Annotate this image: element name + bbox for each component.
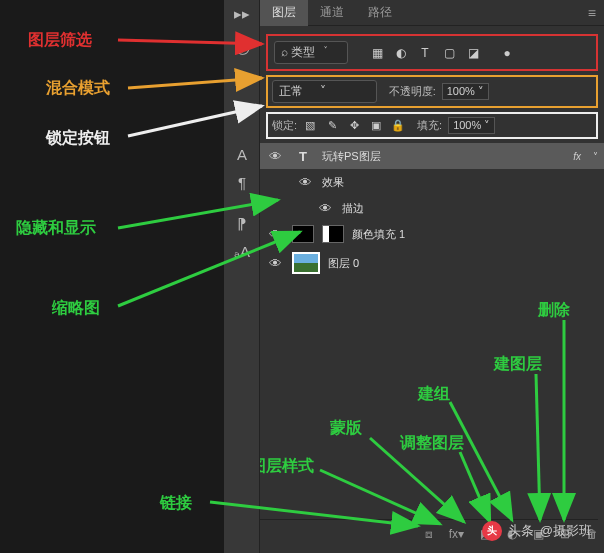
visibility-icon[interactable]: 👁 bbox=[266, 227, 284, 242]
opacity-label: 不透明度: bbox=[389, 84, 436, 99]
swatch-icon[interactable]: ₐA bbox=[224, 238, 260, 266]
strip-expand-icon[interactable]: ▸▸ bbox=[224, 0, 260, 28]
filter-image-icon[interactable]: ▦ bbox=[370, 46, 384, 60]
lock-brush-icon[interactable]: ✎ bbox=[325, 119, 339, 133]
annot-newlayer: 建图层 bbox=[494, 354, 542, 375]
wm-brand: 头条 bbox=[508, 522, 534, 540]
filter-shape-icon[interactable]: ▢ bbox=[442, 46, 456, 60]
visibility-icon[interactable]: 👁 bbox=[316, 201, 334, 216]
layer-name: 效果 bbox=[322, 175, 344, 190]
char-icon[interactable]: A bbox=[224, 140, 260, 168]
layer-row[interactable]: 👁 效果 bbox=[260, 169, 604, 195]
filter-type-select[interactable]: ⌕ 类型 ˅ bbox=[274, 41, 348, 64]
swatch-thumb bbox=[292, 225, 314, 243]
text-layer-icon: T bbox=[292, 147, 314, 165]
lock-pixels-icon[interactable]: ▧ bbox=[303, 119, 317, 133]
layer-name[interactable]: 颜色填充 1 bbox=[352, 227, 405, 242]
layer-name[interactable]: 玩转PS图层 bbox=[322, 149, 381, 164]
visibility-icon[interactable]: 👁 bbox=[266, 149, 284, 164]
visibility-icon[interactable]: 👁 bbox=[296, 175, 314, 190]
fx-badge[interactable]: fx bbox=[573, 151, 581, 162]
mask-thumb bbox=[322, 225, 344, 243]
tab-layers[interactable]: 图层 bbox=[260, 0, 308, 26]
fill-label: 填充: bbox=[417, 118, 442, 133]
annot-thumb: 缩略图 bbox=[52, 298, 100, 319]
lock-all-icon[interactable]: 🔒 bbox=[391, 119, 405, 133]
fx-chevron-icon[interactable]: ˅ bbox=[593, 151, 598, 162]
blend-row: 正常 ˅ 不透明度: 100% ˅ bbox=[266, 75, 598, 108]
filter-adjust-icon[interactable]: ◐ bbox=[394, 46, 408, 60]
filter-row: ⌕ 类型 ˅ ▦ ◐ T ▢ ◪ ● bbox=[266, 34, 598, 71]
lock-move-icon[interactable]: ✥ bbox=[347, 119, 361, 133]
layer-row[interactable]: 👁 描边 bbox=[260, 195, 604, 221]
lock-label: 锁定: bbox=[272, 118, 297, 133]
annot-link: 链接 bbox=[160, 493, 192, 514]
fill-input[interactable]: 100% ˅ bbox=[448, 117, 495, 134]
visibility-icon[interactable]: 👁 bbox=[266, 256, 284, 271]
glyph-icon[interactable]: ⁋ bbox=[224, 210, 260, 238]
annot-delete: 删除 bbox=[538, 300, 570, 321]
annot-group: 建组 bbox=[418, 384, 450, 405]
annot-mask: 蒙版 bbox=[330, 418, 362, 439]
annot-adjust: 调整图层 bbox=[400, 433, 464, 454]
layer-row[interactable]: 👁 图层 0 bbox=[260, 247, 604, 279]
blend-mode-select[interactable]: 正常 ˅ bbox=[272, 80, 377, 103]
lock-row: 锁定: ▧ ✎ ✥ ▣ 🔒 填充: 100% ˅ bbox=[266, 112, 598, 139]
annot-blend: 混合模式 bbox=[46, 78, 110, 99]
fx-icon[interactable]: fx▾ bbox=[449, 527, 464, 541]
lock-artboard-icon[interactable]: ▣ bbox=[369, 119, 383, 133]
annot-visibility: 隐藏和显示 bbox=[16, 218, 96, 239]
image-thumb bbox=[292, 252, 320, 274]
layer-name: 描边 bbox=[342, 201, 364, 216]
tab-paths[interactable]: 路径 bbox=[356, 0, 404, 26]
opacity-input[interactable]: 100% ˅ bbox=[442, 83, 489, 100]
panel-menu-icon[interactable]: ≡ bbox=[588, 5, 596, 21]
filter-text-icon[interactable]: T bbox=[418, 46, 432, 60]
wm-logo-icon: 头 bbox=[482, 521, 502, 541]
layer-row[interactable]: 👁 T 玩转PS图层 fx ˅ bbox=[260, 143, 604, 169]
watermark: 头 头条 @摄影班 bbox=[482, 521, 592, 541]
layer-row[interactable]: 👁 颜色填充 1 bbox=[260, 221, 604, 247]
link-icon[interactable]: ⧈ bbox=[425, 527, 433, 541]
filter-smart-icon[interactable]: ◪ bbox=[466, 46, 480, 60]
info-icon[interactable]: ⓘ bbox=[224, 34, 260, 62]
annot-filter: 图层筛选 bbox=[28, 30, 92, 51]
wm-author: @摄影班 bbox=[540, 522, 592, 540]
layer-name[interactable]: 图层 0 bbox=[328, 256, 359, 271]
profile-icon[interactable]: ◐ bbox=[224, 94, 260, 122]
layers-list: 👁 T 玩转PS图层 fx ˅ 👁 效果 👁 描边 👁 颜色填充 1 👁 图层 … bbox=[260, 143, 604, 279]
tab-channels[interactable]: 通道 bbox=[308, 0, 356, 26]
filter-toggle-icon[interactable]: ● bbox=[500, 46, 514, 60]
para-icon[interactable]: ¶ bbox=[224, 168, 260, 196]
annot-lock: 锁定按钮 bbox=[46, 128, 110, 149]
